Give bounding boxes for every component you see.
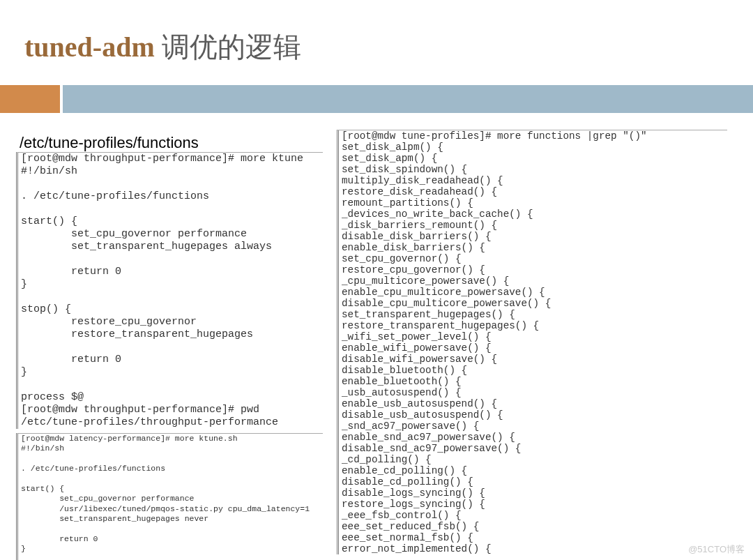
watermark: @51CTO博客 (688, 543, 745, 556)
left-column: [root@mdw throughput-performance]# more … (16, 152, 323, 560)
code-block-latency: [root@mdw latency-performance]# more ktu… (16, 433, 323, 560)
title-cn: 调优的逻辑 (155, 31, 301, 63)
right-column: [root@mdw tune-profiles]# more functions… (337, 130, 727, 554)
slide-title: tuned-adm 调优的逻辑 (24, 28, 301, 66)
accent-bar-blue (63, 85, 753, 113)
filepath-label: /etc/tune-profiles/functions (20, 134, 199, 152)
accent-bar-orange (0, 85, 60, 113)
code-block-functions: [root@mdw tune-profiles]# more functions… (337, 130, 727, 554)
title-en: tuned-adm (24, 31, 155, 63)
code-block-throughput: [root@mdw throughput-performance]# more … (16, 152, 323, 429)
